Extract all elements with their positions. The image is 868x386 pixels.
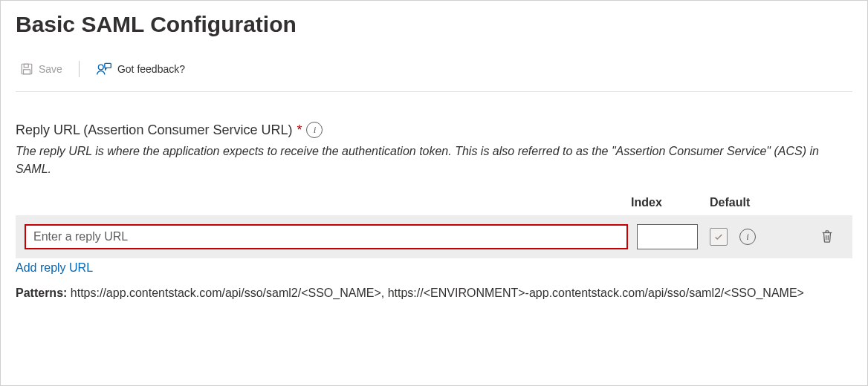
- index-input[interactable]: [637, 224, 698, 249]
- field-group-label: Reply URL (Assertion Consumer Service UR…: [16, 122, 852, 138]
- svg-rect-4: [105, 63, 111, 68]
- reply-url-input[interactable]: [25, 224, 628, 249]
- page-title: Basic SAML Configuration: [16, 11, 852, 38]
- info-icon[interactable]: i: [306, 122, 323, 138]
- default-checkbox[interactable]: [710, 228, 728, 246]
- add-reply-url-link[interactable]: Add reply URL: [16, 261, 93, 275]
- columns-header: Index Default: [16, 196, 852, 209]
- reply-url-row: i: [16, 215, 852, 258]
- required-mark: *: [297, 122, 302, 138]
- save-button-label: Save: [39, 63, 62, 75]
- toolbar: Save Got feedback?: [16, 59, 852, 92]
- col-header-index: Index: [628, 196, 707, 209]
- trash-icon: [820, 235, 834, 246]
- svg-rect-2: [24, 70, 30, 74]
- toolbar-separator: [79, 61, 80, 77]
- feedback-button[interactable]: Got feedback?: [91, 59, 190, 79]
- default-cell: i: [707, 228, 802, 246]
- patterns-text: Patterns: https://app.contentstack.com/a…: [16, 284, 852, 303]
- svg-point-3: [98, 65, 103, 70]
- delete-button[interactable]: [817, 226, 837, 249]
- delete-cell: [811, 226, 843, 249]
- save-icon: [20, 62, 33, 76]
- info-icon[interactable]: i: [739, 229, 756, 245]
- field-label-text: Reply URL (Assertion Consumer Service UR…: [16, 122, 292, 138]
- feedback-button-label: Got feedback?: [117, 63, 185, 75]
- patterns-label: Patterns:: [16, 287, 67, 299]
- patterns-value: https://app.contentstack.com/api/sso/sam…: [67, 287, 804, 299]
- save-button[interactable]: Save: [16, 59, 67, 79]
- panel: Basic SAML Configuration Save: [0, 0, 868, 386]
- col-header-default: Default: [707, 196, 811, 209]
- feedback-icon: [96, 62, 112, 76]
- field-help-text: The reply URL is where the application e…: [16, 143, 852, 178]
- svg-rect-1: [24, 64, 28, 68]
